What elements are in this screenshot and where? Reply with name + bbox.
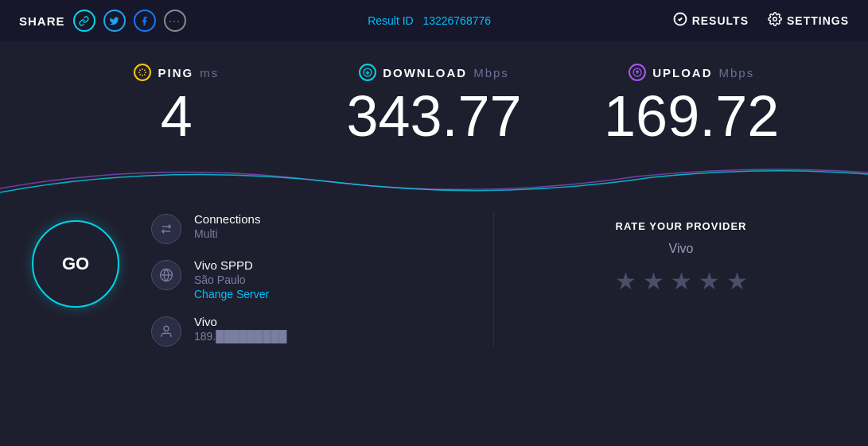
download-label: DOWNLOAD Mbps bbox=[306, 64, 563, 81]
share-label: SHARE bbox=[19, 14, 65, 28]
star-4[interactable]: ★ bbox=[699, 267, 720, 295]
upload-text: UPLOAD bbox=[652, 66, 712, 80]
download-text: DOWNLOAD bbox=[383, 66, 467, 80]
download-icon bbox=[359, 64, 376, 81]
upload-stat: UPLOAD Mbps 169.72 bbox=[562, 64, 820, 145]
connections-row: Connections Multi bbox=[151, 212, 461, 244]
ping-value: 4 bbox=[48, 87, 306, 145]
result-id-section: Result ID 13226768776 bbox=[368, 14, 491, 27]
rate-provider-title: RATE YOUR PROVIDER bbox=[526, 220, 836, 232]
header-right: RESULTS SETTINGS bbox=[673, 12, 849, 29]
star-1[interactable]: ★ bbox=[615, 267, 636, 295]
user-label: Vivo bbox=[194, 315, 287, 328]
bottom-section: GO Connections Multi bbox=[0, 196, 868, 363]
share-link-icon[interactable] bbox=[73, 10, 95, 32]
star-3[interactable]: ★ bbox=[671, 267, 692, 295]
share-more-icon[interactable]: ··· bbox=[164, 10, 186, 32]
go-button[interactable]: GO bbox=[32, 220, 119, 308]
share-facebook-icon[interactable] bbox=[134, 10, 156, 32]
share-section: SHARE ··· bbox=[19, 10, 186, 32]
wave-divider bbox=[0, 157, 868, 196]
results-check-icon bbox=[673, 12, 687, 29]
upload-unit: Mbps bbox=[719, 66, 755, 80]
result-id-label: Result ID bbox=[368, 14, 414, 27]
settings-label: SETTINGS bbox=[787, 14, 849, 27]
connections-label: Connections bbox=[194, 212, 260, 226]
ping-label: PING ms bbox=[48, 64, 306, 81]
results-label: RESULTS bbox=[692, 14, 749, 27]
user-text: Vivo 189.█████████ bbox=[194, 315, 287, 343]
result-id-value[interactable]: 13226768776 bbox=[422, 14, 491, 27]
svg-point-1 bbox=[773, 17, 777, 21]
download-value: 343.77 bbox=[306, 87, 563, 145]
server-label: Vivo SPPD bbox=[194, 258, 269, 272]
star-5[interactable]: ★ bbox=[726, 267, 748, 295]
globe-icon bbox=[151, 260, 181, 290]
rate-provider-section: RATE YOUR PROVIDER Vivo ★ ★ ★ ★ ★ bbox=[526, 212, 836, 295]
ping-icon bbox=[134, 64, 151, 81]
header: SHARE ··· Result ID 13226768776 bbox=[0, 0, 868, 41]
user-row: Vivo 189.█████████ bbox=[151, 315, 461, 347]
download-unit: Mbps bbox=[473, 66, 509, 80]
settings-gear-icon bbox=[768, 12, 782, 29]
results-button[interactable]: RESULTS bbox=[673, 12, 749, 29]
upload-icon bbox=[629, 64, 646, 81]
user-ip: 189.█████████ bbox=[194, 330, 287, 343]
vertical-divider bbox=[493, 212, 494, 347]
settings-button[interactable]: SETTINGS bbox=[768, 12, 849, 29]
download-stat: DOWNLOAD Mbps 343.77 bbox=[306, 64, 563, 145]
svg-point-10 bbox=[164, 326, 169, 331]
server-location: São Paulo bbox=[194, 273, 269, 286]
ping-unit: ms bbox=[200, 66, 219, 80]
connections-value: Multi bbox=[194, 227, 260, 240]
server-text: Vivo SPPD São Paulo Change Server bbox=[194, 258, 269, 301]
star-rating: ★ ★ ★ ★ ★ bbox=[526, 267, 836, 295]
info-section: Connections Multi Vivo SPPD São Paulo Ch… bbox=[151, 212, 461, 347]
connections-icon bbox=[151, 214, 181, 244]
upload-value: 169.72 bbox=[562, 87, 820, 145]
ping-stat: PING ms 4 bbox=[48, 64, 306, 145]
stats-section: PING ms 4 DOWNLOAD Mbps 343.77 bbox=[0, 41, 868, 153]
ping-text: PING bbox=[158, 66, 193, 80]
star-2[interactable]: ★ bbox=[643, 267, 664, 295]
upload-label: UPLOAD Mbps bbox=[562, 64, 820, 81]
person-icon bbox=[151, 316, 181, 347]
provider-name: Vivo bbox=[526, 242, 836, 256]
server-row: Vivo SPPD São Paulo Change Server bbox=[151, 258, 461, 301]
change-server-link[interactable]: Change Server bbox=[194, 288, 269, 301]
share-twitter-icon[interactable] bbox=[103, 10, 126, 32]
connections-text: Connections Multi bbox=[194, 212, 260, 240]
